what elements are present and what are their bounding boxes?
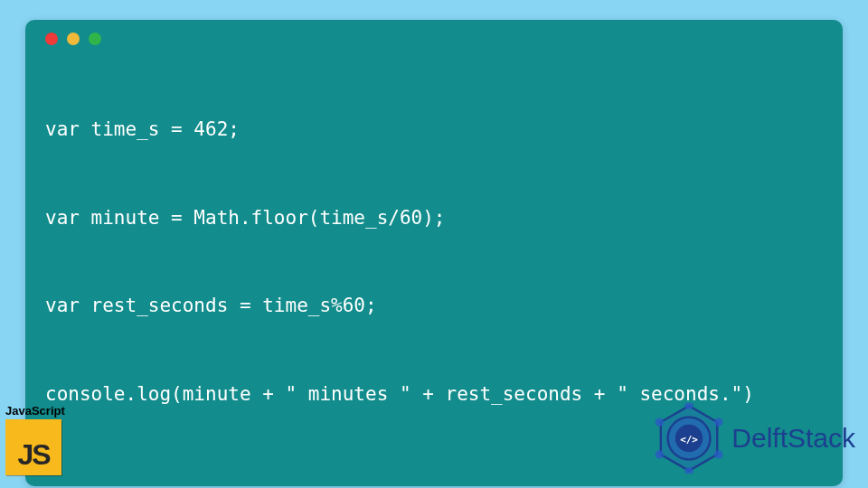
delftstack-logo-icon: </> [654,403,724,474]
svg-point-11 [656,418,664,426]
javascript-label: JavaScript [5,404,65,418]
delftstack-name: DelftStack [731,423,855,454]
svg-text:</>: </> [680,434,698,446]
svg-point-7 [714,418,722,426]
maximize-icon [89,33,101,45]
minimize-icon [67,33,80,45]
svg-point-10 [656,450,664,458]
code-line: var minute = Math.floor(time_s/60); [45,203,823,233]
window-traffic-lights [45,33,823,45]
svg-point-8 [714,450,722,458]
javascript-badge: JavaScript JS [5,404,65,475]
close-icon [45,33,58,45]
code-line: var rest_seconds = time_s%60; [45,291,823,321]
code-line: var time_s = 462; [45,115,823,145]
delftstack-brand: </> DelftStack [654,403,855,474]
javascript-logo-icon: JS [5,419,61,475]
